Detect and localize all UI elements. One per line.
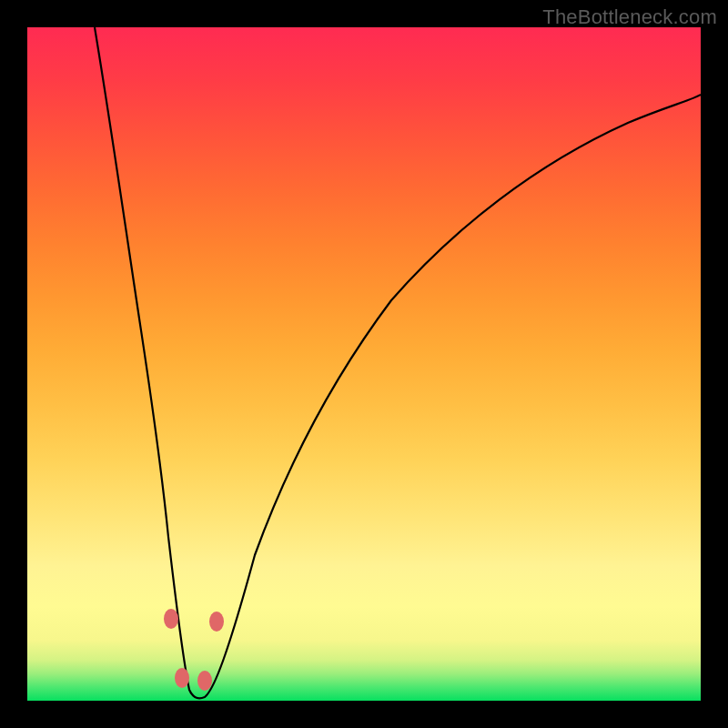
marker-right-upper <box>209 612 224 632</box>
marker-right-lower <box>197 671 212 691</box>
marker-left-upper <box>164 609 178 629</box>
curve-path <box>95 27 701 698</box>
plot-area <box>27 27 701 701</box>
bottleneck-curve <box>27 27 701 701</box>
marker-left-lower <box>175 668 189 688</box>
watermark-text: TheBottleneck.com <box>542 5 717 29</box>
chart-frame: TheBottleneck.com <box>0 0 728 728</box>
